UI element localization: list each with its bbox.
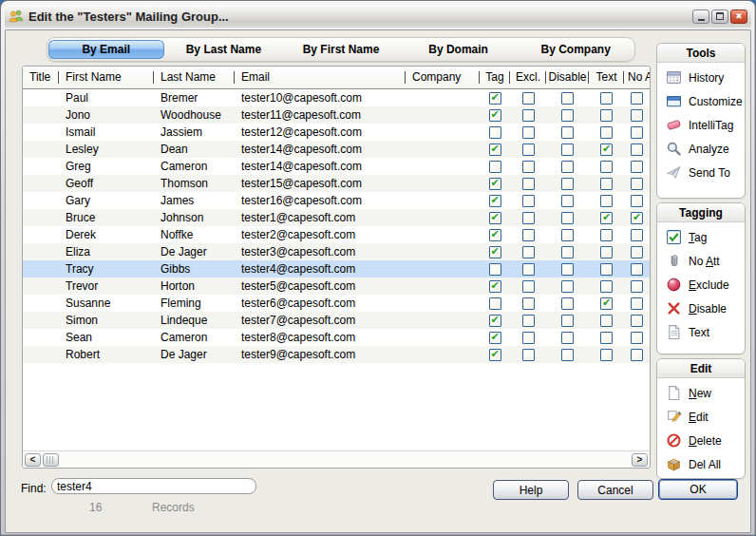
checkbox-no-att[interactable] [631,280,643,293]
table-row[interactable]: TrevorHortontester5@capesoft.com [23,278,650,295]
checkbox-no-att[interactable] [631,195,643,207]
checkbox-excl[interactable] [522,92,535,105]
checkbox-tag[interactable] [489,144,501,156]
sidebar-item-history[interactable]: History [657,66,745,89]
table-row[interactable]: BruceJohnsontester1@capesoft.com [23,209,650,226]
column-header-text[interactable]: Text [589,67,624,88]
checkbox-excl[interactable] [522,263,535,276]
checkbox-text[interactable] [600,178,613,190]
sidebar-item-text[interactable]: Text [657,320,745,344]
scroll-left-button[interactable]: < [25,453,41,467]
checkbox-no-att[interactable] [631,332,643,344]
checkbox-no-att[interactable] [631,315,643,327]
table-row[interactable]: SimonLindequetester7@capesoft.com [23,312,650,329]
checkbox-text[interactable] [600,297,613,310]
checkbox-disable[interactable] [561,349,574,361]
cancel-button[interactable]: Cancel [577,480,653,500]
checkbox-no-att[interactable] [631,161,643,173]
table-row[interactable]: PaulBremertester10@capesoft.com [23,89,650,106]
sidebar-item-no-att[interactable]: No Att [657,249,745,273]
scroll-right-button[interactable]: > [632,453,648,467]
checkbox-disable[interactable] [561,246,574,258]
checkbox-text[interactable] [600,280,613,293]
checkbox-disable[interactable] [561,212,574,224]
checkbox-text[interactable] [600,246,613,258]
checkbox-text[interactable] [600,109,613,122]
column-header-last-name[interactable]: Last Name [154,67,235,88]
checkbox-disable[interactable] [561,126,574,139]
sidebar-item-tag[interactable]: Tag [657,225,745,249]
scrollbar-track[interactable] [60,451,631,468]
checkbox-excl[interactable] [522,212,535,224]
checkbox-text[interactable] [600,126,613,139]
checkbox-excl[interactable] [522,246,535,258]
checkbox-excl[interactable] [522,161,535,173]
checkbox-tag[interactable] [489,349,501,361]
checkbox-excl[interactable] [522,297,535,310]
checkbox-no-att[interactable] [631,109,643,122]
checkbox-excl[interactable] [522,229,535,241]
checkbox-excl[interactable] [522,280,535,293]
minimize-button[interactable] [692,10,709,24]
checkbox-text[interactable] [600,144,613,156]
checkbox-text[interactable] [600,332,613,344]
checkbox-disable[interactable] [561,229,574,241]
table-row[interactable]: RobertDe Jagertester9@capesoft.com [23,346,650,363]
sidebar-item-customize[interactable]: Customize [657,89,745,113]
checkbox-disable[interactable] [561,178,574,190]
checkbox-excl[interactable] [522,144,535,156]
checkbox-tag[interactable] [489,126,501,139]
checkbox-disable[interactable] [561,109,574,122]
column-header-no-att[interactable]: No Att [624,67,650,88]
checkbox-tag[interactable] [489,212,501,224]
checkbox-tag[interactable] [489,332,501,344]
sidebar-item-analyze[interactable]: Analyze [657,137,745,161]
column-header-company[interactable]: Company [406,67,480,88]
sidebar-item-delete[interactable]: Delete [657,429,745,452]
sidebar-item-new[interactable]: New [657,381,745,405]
checkbox-excl[interactable] [522,178,535,190]
checkbox-disable[interactable] [561,195,574,207]
tab-by-email[interactable]: By Email [48,40,164,59]
sidebar-item-del-all[interactable]: Del All [657,452,745,476]
checkbox-excl[interactable] [522,332,535,344]
checkbox-tag[interactable] [489,229,501,241]
close-button[interactable]: ✖ [730,10,747,24]
checkbox-disable[interactable] [561,315,574,327]
find-input[interactable] [51,478,256,494]
checkbox-tag[interactable] [489,161,501,173]
column-header-tag[interactable]: Tag [480,67,510,88]
checkbox-tag[interactable] [489,246,501,258]
checkbox-no-att[interactable] [631,92,643,105]
checkbox-disable[interactable] [561,144,574,156]
checkbox-text[interactable] [600,315,613,327]
column-header-first-name[interactable]: First Name [59,67,154,88]
checkbox-excl[interactable] [522,126,535,139]
checkbox-disable[interactable] [561,280,574,293]
checkbox-text[interactable] [600,263,613,276]
sidebar-item-edit[interactable]: Edit [657,405,745,429]
checkbox-text[interactable] [600,349,613,361]
checkbox-disable[interactable] [561,332,574,344]
table-row[interactable]: IsmailJassiemtester12@capesoft.com [23,124,650,141]
checkbox-tag[interactable] [489,92,501,105]
title-bar[interactable]: Edit the "Testers" Mailing Group... ✖ [5,5,751,28]
checkbox-text[interactable] [600,195,613,207]
checkbox-no-att[interactable] [631,126,643,139]
table-row[interactable]: SeanCamerontester8@capesoft.com [23,329,650,346]
tab-by-domain[interactable]: By Domain [401,40,517,59]
sidebar-item-intellitag[interactable]: IntelliTag [657,113,745,137]
tab-by-first-name[interactable]: By First Name [283,40,399,59]
table-row[interactable]: ElizaDe Jagertester3@capesoft.com [23,243,650,260]
checkbox-excl[interactable] [522,315,535,327]
checkbox-disable[interactable] [561,92,574,105]
column-header-title[interactable]: Title [23,67,59,88]
table-row[interactable]: TracyGibbstester4@capesoft.com [23,260,650,278]
checkbox-no-att[interactable] [631,178,643,190]
table-row[interactable]: DerekNoffketester2@capesoft.com [23,226,650,243]
column-header-email[interactable]: Email [235,67,406,88]
checkbox-tag[interactable] [489,280,501,293]
checkbox-excl[interactable] [522,109,535,122]
checkbox-text[interactable] [600,92,613,105]
checkbox-text[interactable] [600,161,613,173]
